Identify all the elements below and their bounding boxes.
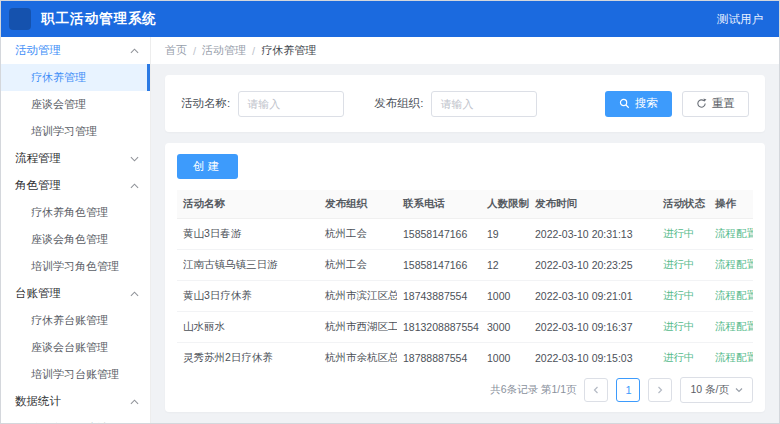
sidebar-item-7[interactable]: 座谈会角色管理 — [1, 226, 150, 253]
prev-page-button[interactable] — [584, 378, 608, 402]
sidebar-item-5[interactable]: 角色管理 — [1, 172, 150, 199]
cell-publish-org: 杭州工会 — [319, 249, 397, 280]
column-header: 人数限制 — [481, 190, 529, 218]
user-menu[interactable]: 测试用户 — [717, 12, 763, 27]
cell-activity-status: 进行中 — [657, 311, 709, 342]
cell-activity-name: 山水丽水 — [177, 311, 319, 342]
chevron-right-icon — [656, 386, 664, 394]
sidebar-item-14[interactable]: 疗休养数据统计 — [1, 415, 150, 423]
chevron-up-icon — [130, 47, 138, 55]
cell-contact-phone: 15858147166 — [397, 218, 481, 249]
sidebar: 活动管理疗休养管理座谈会管理培训学习管理流程管理角色管理疗休养角色管理座谈会角色… — [1, 37, 151, 423]
status-badge: 进行中 — [663, 258, 695, 270]
content-area: 活动名称: 发布组织: 搜索 — [151, 64, 779, 423]
cell-operations: 流程配置角色配置 — [709, 311, 753, 342]
flow-config-link[interactable]: 流程配置 — [715, 320, 753, 332]
sidebar-item-label: 流程管理 — [15, 151, 61, 166]
cell-people-limit: 1000 — [481, 280, 529, 311]
sidebar-item-label: 培训学习管理 — [31, 124, 97, 139]
activity-table: 活动名称发布组织联系电话人数限制发布时间活动状态操作 黄山3日春游杭州工会158… — [177, 190, 753, 369]
sidebar-item-label: 数据统计 — [15, 394, 61, 409]
search-button[interactable]: 搜索 — [605, 91, 672, 117]
cell-people-limit: 3000 — [481, 311, 529, 342]
sidebar-item-label: 座谈会台账管理 — [31, 340, 108, 355]
chevron-up-icon — [130, 398, 138, 406]
status-badge: 进行中 — [663, 351, 695, 363]
cell-people-limit: 1000 — [481, 342, 529, 369]
sidebar-item-6[interactable]: 疗休养角色管理 — [1, 199, 150, 226]
cell-publish-time: 2022-03-10 09:21:01 — [529, 280, 657, 311]
publish-org-input[interactable] — [431, 91, 537, 117]
page-1-button[interactable]: 1 — [616, 378, 640, 402]
app-window: 职工活动管理系统 测试用户 活动管理疗休养管理座谈会管理培训学习管理流程管理角色… — [0, 0, 780, 424]
cell-activity-status: 进行中 — [657, 249, 709, 280]
chevron-up-icon — [130, 182, 138, 190]
page-size-select[interactable]: 10 条/页 — [680, 377, 753, 403]
table-row: 黄山3日疗休养杭州市滨江区总...1874388755410002022-03-… — [177, 280, 753, 311]
sidebar-item-10[interactable]: 疗休养台账管理 — [1, 307, 150, 334]
table-panel: 创建 活动名称发布组织联系电话人数限制发布时间活动状态操作 黄山3日春游杭州工会… — [165, 143, 765, 412]
sidebar-item-11[interactable]: 座谈会台账管理 — [1, 334, 150, 361]
column-header: 活动状态 — [657, 190, 709, 218]
pagination-summary: 共6条记录 第1/1页 — [490, 383, 576, 397]
pagination: 共6条记录 第1/1页 1 1 — [177, 369, 753, 403]
topbar: 职工活动管理系统 测试用户 — [1, 1, 779, 37]
activity-name-label: 活动名称: — [181, 96, 230, 111]
sidebar-item-13[interactable]: 数据统计 — [1, 388, 150, 415]
sidebar-item-1[interactable]: 疗休养管理 — [1, 64, 150, 91]
activity-name-input[interactable] — [238, 91, 344, 117]
next-page-button[interactable] — [648, 378, 672, 402]
search-button-label: 搜索 — [635, 96, 658, 111]
cell-publish-org: 杭州工会 — [319, 218, 397, 249]
table-row: 江南古镇乌镇三日游杭州工会15858147166122022-03-10 20:… — [177, 249, 753, 280]
cell-activity-status: 进行中 — [657, 342, 709, 369]
search-actions: 搜索 重置 — [605, 91, 749, 117]
cell-contact-phone: 1813208887554 — [397, 311, 481, 342]
activity-name-field: 活动名称: — [181, 91, 344, 117]
status-badge: 进行中 — [663, 320, 695, 332]
sidebar-item-label: 疗休养数据统计 — [31, 421, 108, 423]
cell-operations: 流程配置角色配置 — [709, 342, 753, 369]
flow-config-link[interactable]: 流程配置 — [715, 258, 753, 270]
create-button[interactable]: 创建 — [177, 154, 238, 179]
sidebar-item-2[interactable]: 座谈会管理 — [1, 91, 150, 118]
status-badge: 进行中 — [663, 227, 695, 239]
column-header: 联系电话 — [397, 190, 481, 218]
chevron-left-icon — [592, 386, 600, 394]
table-row: 灵秀苏州2日疗休养杭州市余杭区总...1878888755410002022-0… — [177, 342, 753, 369]
cell-publish-time: 2022-03-10 20:31:13 — [529, 218, 657, 249]
cell-operations: 流程配置角色配置 — [709, 280, 753, 311]
sidebar-item-label: 座谈会管理 — [31, 97, 86, 112]
refresh-icon — [696, 98, 707, 109]
cell-contact-phone: 15858147166 — [397, 249, 481, 280]
reset-button[interactable]: 重置 — [682, 91, 749, 117]
sidebar-item-12[interactable]: 培训学习台账管理 — [1, 361, 150, 388]
flow-config-link[interactable]: 流程配置 — [715, 227, 753, 239]
table-header-row: 活动名称发布组织联系电话人数限制发布时间活动状态操作 — [177, 190, 753, 218]
breadcrumb-item[interactable]: 活动管理 — [202, 43, 246, 58]
breadcrumb: 首页/活动管理/疗休养管理 — [151, 37, 779, 64]
publish-org-label: 发布组织: — [374, 96, 423, 111]
chevron-down-icon — [130, 155, 138, 163]
sidebar-item-0[interactable]: 活动管理 — [1, 37, 150, 64]
activity-table-wrap: 活动名称发布组织联系电话人数限制发布时间活动状态操作 黄山3日春游杭州工会158… — [177, 190, 753, 369]
flow-config-link[interactable]: 流程配置 — [715, 351, 753, 363]
table-row: 黄山3日春游杭州工会15858147166192022-03-10 20:31:… — [177, 218, 753, 249]
reset-button-label: 重置 — [712, 96, 735, 111]
cell-activity-name: 灵秀苏州2日疗休养 — [177, 342, 319, 369]
sidebar-item-8[interactable]: 培训学习角色管理 — [1, 253, 150, 280]
cell-publish-org: 杭州市滨江区总... — [319, 280, 397, 311]
app-logo — [9, 8, 31, 30]
cell-contact-phone: 18788887554 — [397, 342, 481, 369]
sidebar-item-3[interactable]: 培训学习管理 — [1, 118, 150, 145]
breadcrumb-separator: / — [193, 45, 196, 57]
cell-activity-name: 黄山3日春游 — [177, 218, 319, 249]
sidebar-item-label: 培训学习角色管理 — [31, 259, 119, 274]
cell-publish-time: 2022-03-10 09:16:37 — [529, 311, 657, 342]
breadcrumb-item[interactable]: 首页 — [165, 43, 187, 58]
sidebar-item-4[interactable]: 流程管理 — [1, 145, 150, 172]
search-icon — [619, 98, 630, 109]
sidebar-item-label: 角色管理 — [15, 178, 61, 193]
flow-config-link[interactable]: 流程配置 — [715, 289, 753, 301]
sidebar-item-9[interactable]: 台账管理 — [1, 280, 150, 307]
